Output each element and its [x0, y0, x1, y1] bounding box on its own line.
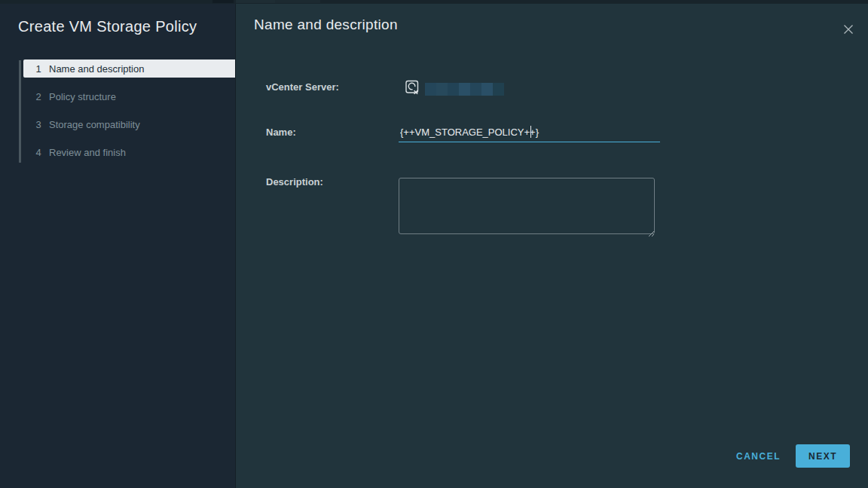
step-label: Policy structure — [49, 91, 116, 102]
wizard-steps: 1 Name and description 2 Policy structur… — [19, 59, 235, 171]
name-input[interactable] — [399, 123, 660, 142]
vcenter-server-icon — [405, 78, 420, 99]
wizard-footer: CANCEL NEXT — [735, 444, 850, 468]
create-vm-storage-policy-dialog: Create VM Storage Policy 1 Name and desc… — [0, 0, 868, 488]
wizard-sidebar: Create VM Storage Policy 1 Name and desc… — [0, 4, 235, 488]
redacted-segment — [425, 83, 436, 96]
next-button[interactable]: NEXT — [796, 444, 850, 468]
name-field-wrap — [399, 123, 660, 142]
redacted-segment — [470, 83, 481, 96]
step-label: Storage compatibility — [49, 119, 140, 130]
step-number: 1 — [33, 63, 44, 75]
description-textarea[interactable] — [399, 178, 655, 234]
vcenter-server-value-row — [399, 78, 504, 99]
redacted-segment — [481, 83, 493, 96]
redacted-segment — [436, 83, 448, 96]
vcenter-value-redacted — [425, 83, 504, 96]
step-number: 3 — [33, 119, 44, 130]
background-artifact — [275, 0, 320, 3]
cancel-button[interactable]: CANCEL — [735, 448, 782, 465]
name-label: Name: — [266, 127, 296, 138]
close-icon[interactable] — [841, 22, 856, 37]
text-caret — [530, 126, 531, 138]
description-label: Description: — [266, 176, 323, 188]
background-artifact — [212, 0, 234, 3]
page-title: Name and description — [254, 17, 398, 33]
wizard-title: Create VM Storage Policy — [18, 18, 197, 35]
background-artifact — [236, 0, 275, 3]
wizard-modal: Create VM Storage Policy 1 Name and desc… — [0, 4, 868, 488]
redacted-segment — [448, 83, 459, 96]
step-number: 2 — [33, 91, 44, 102]
step-storage-compatibility[interactable]: 3 Storage compatibility — [23, 115, 235, 133]
vcenter-server-label: vCenter Server: — [266, 81, 339, 93]
step-name-and-description[interactable]: 1 Name and description — [23, 59, 235, 78]
step-label: Name and description — [49, 63, 144, 75]
wizard-content: Name and description vCenter Server: — [235, 4, 868, 488]
redacted-segment — [459, 83, 470, 96]
steps-rule — [19, 60, 21, 163]
redacted-segment — [493, 83, 504, 96]
step-policy-structure[interactable]: 2 Policy structure — [23, 87, 235, 105]
step-number: 4 — [33, 147, 44, 158]
step-review-and-finish[interactable]: 4 Review and finish — [23, 143, 235, 161]
step-label: Review and finish — [49, 147, 126, 158]
